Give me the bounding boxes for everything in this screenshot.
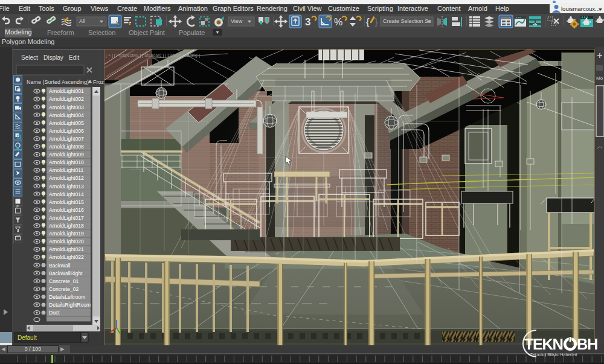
svg-text:ArnoldLight004: ArnoldLight004	[49, 112, 84, 118]
svg-text:BackWall: BackWall	[49, 263, 71, 269]
svg-text:DetailsRightRoom: DetailsRightRoom	[49, 302, 91, 308]
svg-text:ArnoldLight006: ArnoldLight006	[49, 128, 84, 134]
svg-text:ArnoldLight010: ArnoldLight010	[49, 159, 84, 165]
svg-text:ArnoldLight007: ArnoldLight007	[49, 136, 84, 142]
svg-text:3: 3	[305, 16, 310, 28]
svg-text:BackWallRight: BackWallRight	[49, 270, 83, 276]
svg-text:Name (Sorted Ascending): Name (Sorted Ascending)	[27, 79, 89, 85]
svg-text:ArnoldLight018: ArnoldLight018	[49, 223, 84, 229]
svg-text:BH: BH	[577, 336, 597, 353]
svg-text:}: }	[374, 16, 378, 28]
svg-text:ArnoldLight015: ArnoldLight015	[49, 199, 84, 205]
svg-text:%: %	[334, 17, 342, 27]
svg-text:Display: Display	[43, 54, 63, 61]
svg-text:louismarcoux...: louismarcoux...	[561, 5, 600, 12]
svg-text:F: F	[16, 205, 19, 209]
svg-text:ArnoldLight002: ArnoldLight002	[49, 96, 84, 102]
svg-text:DetailsLeftroom: DetailsLeftroom	[49, 294, 85, 300]
svg-text:ArnoldLight017: ArnoldLight017	[49, 215, 84, 221]
svg-text:ArnoldLight008: ArnoldLight008	[49, 144, 84, 150]
svg-text:All: All	[79, 18, 85, 24]
svg-text:View: View	[231, 18, 243, 24]
svg-text:Concrete_02: Concrete_02	[49, 286, 79, 292]
svg-text:[ + ] [ Perspective ] [ Standa: [ + ] [ Perspective ] [ Standard ] [ Def…	[106, 53, 200, 58]
svg-text:Concrete_01: Concrete_01	[49, 278, 79, 284]
svg-text:ArnoldLight022: ArnoldLight022	[49, 254, 84, 260]
svg-text:ArnoldLight005: ArnoldLight005	[49, 120, 84, 126]
svg-text:ArnoldLight001: ArnoldLight001	[49, 88, 84, 94]
svg-text:ArnoldLight019: ArnoldLight019	[49, 231, 84, 237]
svg-text:ArnoldLight016: ArnoldLight016	[49, 207, 84, 213]
svg-text:TEKN: TEKN	[524, 336, 563, 353]
svg-text:Mo: Mo	[596, 75, 603, 81]
svg-text:ArnoldLight013: ArnoldLight013	[49, 184, 84, 190]
svg-text:Select: Select	[21, 54, 38, 61]
svg-text:ArnoldLight009: ArnoldLight009	[49, 152, 84, 158]
svg-text:ArnoldLight014: ArnoldLight014	[49, 191, 84, 197]
svg-text:ArnoldLight012: ArnoldLight012	[49, 175, 84, 181]
svg-text:ArnoldLight021: ArnoldLight021	[49, 246, 84, 252]
svg-text:Create Selection Se: Create Selection Se	[383, 18, 431, 24]
svg-text:Teknoloji Bilişim Haberleri: Teknoloji Bilişim Haberleri	[530, 353, 577, 357]
svg-text:Edit: Edit	[69, 54, 79, 61]
svg-text:Default: Default	[18, 334, 37, 341]
svg-text:ArnoldLight003: ArnoldLight003	[49, 104, 84, 110]
svg-text:Duct: Duct	[49, 310, 60, 316]
svg-text:ArnoldLight011: ArnoldLight011	[49, 167, 83, 173]
svg-text:ArnoldLight020: ArnoldLight020	[49, 238, 84, 244]
svg-text:{: {	[366, 16, 370, 28]
svg-text:Froz: Froz	[93, 79, 104, 85]
